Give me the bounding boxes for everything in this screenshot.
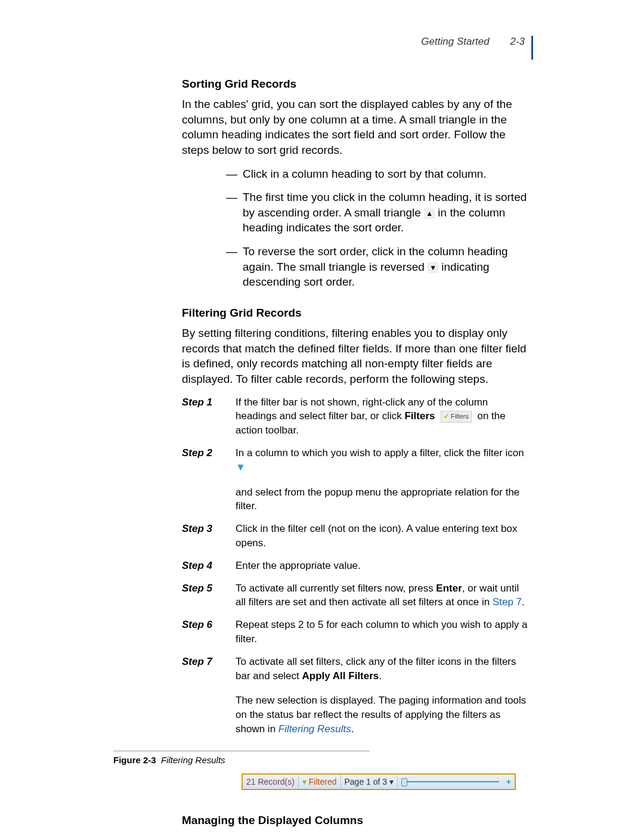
step-label: Step 3 — [182, 522, 236, 550]
link-filtering-results[interactable]: Filtering Results — [278, 723, 351, 735]
filtered-indicator: ▾ Filtered — [299, 775, 341, 789]
step-row: Step 3 Click in the filter cell (not on … — [182, 522, 531, 550]
step-text: Enter the appropriate value. — [236, 559, 531, 573]
step-row: Step 6 Repeat steps 2 to 5 for each colu… — [182, 618, 531, 646]
figure-block: Figure 2-3 Filtering Results — [113, 751, 531, 765]
document-page: Getting Started 2-3 Sorting Grid Records… — [0, 0, 644, 833]
step-label: Step 2 — [182, 446, 236, 513]
link-step7[interactable]: Step 7 — [493, 596, 522, 608]
step-label: Step 7 — [182, 655, 236, 736]
sorting-intro: In the cables' grid, you can sort the di… — [182, 97, 531, 158]
step-text: Repeat steps 2 to 5 for each column to w… — [236, 618, 531, 646]
step-row: Step 5 To activate all currently set fil… — [182, 581, 531, 610]
step-text: To activate all currently set filters no… — [236, 581, 531, 610]
main-content: Sorting Grid Records In the cables' grid… — [113, 78, 531, 833]
filtering-intro: By setting filtering conditions, filteri… — [182, 326, 531, 387]
step-label: Step 1 — [182, 395, 236, 438]
step-text: In a column to which you wish to apply a… — [236, 446, 531, 513]
header-accent-bar — [531, 36, 533, 60]
filtering-steps: Step 1 If the filter bar is not shown, r… — [182, 395, 531, 736]
slider-knob-icon[interactable] — [401, 778, 407, 786]
page-slider[interactable] — [401, 781, 499, 782]
step-row: Step 1 If the filter bar is not shown, r… — [182, 395, 531, 438]
step-label: Step 5 — [182, 581, 236, 610]
running-header: Getting Started 2-3 — [113, 36, 531, 48]
heading-filtering: Filtering Grid Records — [182, 306, 531, 320]
figure-image: 21 Record(s) ▾ Filtered Page 1 of 3 ▾ + — [182, 773, 531, 790]
step-row: Step 7 To activate all set filters, clic… — [182, 655, 531, 736]
triangle-up-icon: ▲ — [424, 208, 435, 219]
step-text: Click in the filter cell (not on the ico… — [236, 522, 531, 550]
step-label: Step 6 — [182, 618, 236, 646]
figure-separator — [113, 751, 370, 751]
filter-funnel-icon: ▼ — [236, 462, 246, 473]
page-number: 2-3 — [510, 36, 525, 47]
bullet-item: Click in a column heading to sort by tha… — [226, 166, 531, 182]
figure-caption: Figure 2-3 Filtering Results — [113, 755, 531, 765]
bullet-item: The first time you click in the column h… — [226, 190, 531, 236]
step-text: To activate all set filters, click any o… — [236, 655, 531, 736]
step-row: Step 4 Enter the appropriate value. — [182, 559, 531, 573]
step-text: If the filter bar is not shown, right-cl… — [236, 395, 531, 438]
records-count: 21 Record(s) — [243, 775, 299, 789]
bullet-item: To reverse the sort order, click in the … — [226, 244, 531, 290]
heading-managing: Managing the Displayed Columns — [182, 814, 531, 827]
page-indicator: Page 1 of 3 ▾ — [341, 775, 398, 789]
status-bar: 21 Record(s) ▾ Filtered Page 1 of 3 ▾ + — [242, 773, 516, 790]
heading-sorting: Sorting Grid Records — [182, 78, 531, 91]
funnel-icon: ▾ — [302, 777, 306, 786]
add-icon[interactable]: + — [503, 777, 515, 786]
step-label: Step 4 — [182, 559, 236, 573]
triangle-down-icon: ▼ — [428, 262, 438, 273]
filters-toolbar-button-icon: ✓ Filters — [441, 411, 472, 422]
step-row: Step 2 In a column to which you wish to … — [182, 446, 531, 513]
chapter-name: Getting Started — [421, 36, 489, 47]
sorting-bullets: Click in a column heading to sort by tha… — [182, 166, 531, 290]
